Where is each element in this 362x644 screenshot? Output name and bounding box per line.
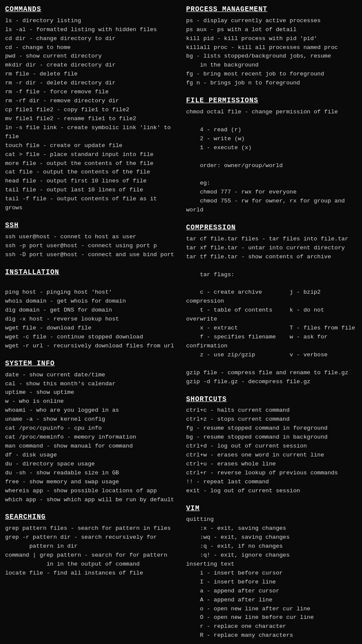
section-title-searching: SEARCHING (5, 512, 176, 523)
section-content-process: ps - display currently active processes … (186, 17, 357, 88)
section-title-vim: VIM (186, 503, 357, 514)
section-content-vim: quitting :x - exit, saving changes :wq -… (186, 515, 357, 640)
section-content-searching: grep pattern files - search for pattern … (5, 524, 176, 578)
section-title-shortcuts: SHORTCUTS (186, 394, 357, 405)
section-title-installation: INSTALLATION (5, 267, 176, 278)
section-vim: VIMquitting :x - exit, saving changes :w… (186, 503, 357, 641)
section-content-commands: ls - directory listing ls -al - formatte… (5, 17, 176, 213)
left-column: COMMANDSls - directory listing ls -al - … (0, 0, 181, 644)
section-content-compression: tar cf file.tar files - tar files into f… (186, 235, 357, 387)
section-title-compression: COMPRESSION (186, 222, 357, 233)
section-fileperm: FILE PERMISSIONSchmod octal file - chang… (186, 95, 357, 215)
section-content-sysinfo: date - show current date/time cal - show… (5, 371, 176, 505)
section-content-ssh: ssh user@host - connet to host as user s… (5, 233, 176, 260)
section-process: PROCESS MANAGEMENTps - display currently… (186, 4, 357, 88)
section-content-installation: ping host - pinging host 'host' whois do… (5, 279, 176, 350)
section-title-process: PROCESS MANAGEMENT (186, 4, 357, 15)
section-sysinfo: SYSTEM INFOdate - show current date/time… (5, 358, 176, 505)
section-shortcuts: SHORTCUTSctrl+c - halts current command … (186, 394, 357, 496)
right-column: PROCESS MANAGEMENTps - display currently… (181, 0, 362, 644)
page: COMMANDSls - directory listing ls -al - … (0, 0, 362, 644)
section-title-fileperm: FILE PERMISSIONS (186, 95, 357, 106)
section-title-commands: COMMANDS (5, 4, 176, 15)
section-title-ssh: SSH (5, 220, 176, 231)
section-content-shortcuts: ctrl+c - halts current command ctrl+z - … (186, 406, 357, 495)
section-content-fileperm: chmod octal file - change permission of … (186, 108, 357, 215)
section-compression: COMPRESSIONtar cf file.tar files - tar f… (186, 222, 357, 386)
section-commands: COMMANDSls - directory listing ls -al - … (5, 4, 176, 213)
section-ssh: SSHssh user@host - connet to host as use… (5, 220, 176, 260)
section-searching: SEARCHINGgrep pattern files - search for… (5, 512, 176, 578)
section-title-sysinfo: SYSTEM INFO (5, 358, 176, 369)
section-installation: INSTALLATION ping host - pinging host 'h… (5, 267, 176, 351)
